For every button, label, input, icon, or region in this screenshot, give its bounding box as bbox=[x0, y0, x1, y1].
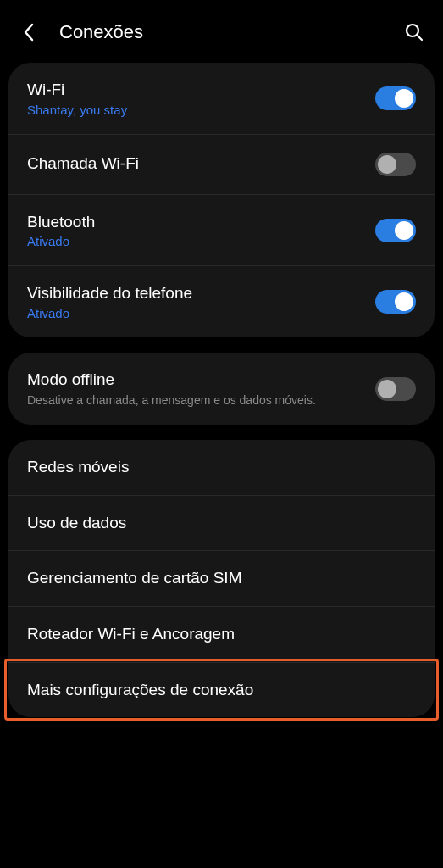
row-sim-management[interactable]: Gerenciamento de cartão SIM bbox=[8, 550, 435, 606]
row-text: Mais configurações de conexão bbox=[27, 680, 416, 701]
back-button[interactable] bbox=[17, 20, 41, 44]
row-text: Chamada Wi-Fi bbox=[27, 153, 352, 175]
settings-content: Wi-Fi Shantay, you stay Chamada Wi-Fi Bl… bbox=[0, 63, 443, 717]
wifi-toggle[interactable] bbox=[375, 86, 416, 110]
row-title: Visibilidade do telefone bbox=[27, 283, 352, 304]
row-more-connection-settings[interactable]: Mais configurações de conexão bbox=[8, 662, 435, 718]
settings-group-2: Modo offline Desative a chamada, a mensa… bbox=[8, 353, 435, 425]
row-text: Visibilidade do telefone Ativado bbox=[27, 283, 352, 320]
row-title: Chamada Wi-Fi bbox=[27, 153, 352, 175]
row-phone-visibility[interactable]: Visibilidade do telefone Ativado bbox=[8, 265, 435, 337]
row-subtitle: Ativado bbox=[27, 306, 352, 320]
row-tethering[interactable]: Roteador Wi-Fi e Ancoragem bbox=[8, 606, 435, 662]
row-title: Redes móveis bbox=[27, 457, 416, 478]
chevron-left-icon bbox=[22, 22, 36, 42]
phone-visibility-toggle[interactable] bbox=[375, 290, 416, 314]
row-title: Bluetooth bbox=[27, 212, 352, 233]
settings-group-1: Wi-Fi Shantay, you stay Chamada Wi-Fi Bl… bbox=[8, 63, 435, 337]
divider bbox=[363, 218, 363, 243]
row-text: Gerenciamento de cartão SIM bbox=[27, 568, 416, 589]
row-text: Roteador Wi-Fi e Ancoragem bbox=[27, 624, 416, 645]
settings-group-3: Redes móveis Uso de dados Gerenciamento … bbox=[8, 440, 435, 717]
switch-wrap bbox=[352, 218, 416, 243]
row-title: Modo offline bbox=[27, 370, 352, 391]
search-button[interactable] bbox=[402, 20, 426, 44]
switch-wrap bbox=[352, 152, 416, 177]
row-offline-mode[interactable]: Modo offline Desative a chamada, a mensa… bbox=[8, 353, 435, 425]
header: Conexões bbox=[0, 0, 443, 63]
row-bluetooth[interactable]: Bluetooth Ativado bbox=[8, 194, 435, 266]
row-data-usage[interactable]: Uso de dados bbox=[8, 495, 435, 551]
row-mobile-networks[interactable]: Redes móveis bbox=[8, 440, 435, 495]
row-subtitle: Ativado bbox=[27, 234, 352, 248]
search-icon bbox=[404, 22, 424, 42]
page-title: Conexões bbox=[59, 21, 402, 43]
divider bbox=[363, 289, 363, 314]
switch-wrap bbox=[352, 289, 416, 314]
switch-wrap bbox=[352, 376, 416, 402]
row-text: Modo offline Desative a chamada, a mensa… bbox=[27, 370, 352, 408]
divider bbox=[363, 152, 363, 177]
row-title: Gerenciamento de cartão SIM bbox=[27, 568, 416, 589]
row-subtitle: Shantay, you stay bbox=[27, 103, 352, 117]
row-text: Bluetooth Ativado bbox=[27, 212, 352, 249]
row-wifi[interactable]: Wi-Fi Shantay, you stay bbox=[8, 63, 435, 134]
divider bbox=[363, 376, 363, 402]
row-title: Roteador Wi-Fi e Ancoragem bbox=[27, 624, 416, 645]
row-wifi-calling[interactable]: Chamada Wi-Fi bbox=[8, 134, 435, 194]
switch-wrap bbox=[352, 86, 416, 111]
divider bbox=[363, 86, 363, 111]
row-subtitle: Desative a chamada, a mensagem e os dado… bbox=[27, 392, 352, 408]
svg-line-1 bbox=[418, 36, 423, 41]
row-text: Redes móveis bbox=[27, 457, 416, 478]
offline-mode-toggle[interactable] bbox=[375, 377, 416, 401]
bluetooth-toggle[interactable] bbox=[375, 219, 416, 242]
row-text: Uso de dados bbox=[27, 513, 416, 534]
wifi-calling-toggle[interactable] bbox=[375, 153, 416, 176]
row-title: Mais configurações de conexão bbox=[27, 680, 416, 701]
row-title: Wi-Fi bbox=[27, 80, 352, 101]
row-text: Wi-Fi Shantay, you stay bbox=[27, 80, 352, 117]
row-title: Uso de dados bbox=[27, 513, 416, 534]
